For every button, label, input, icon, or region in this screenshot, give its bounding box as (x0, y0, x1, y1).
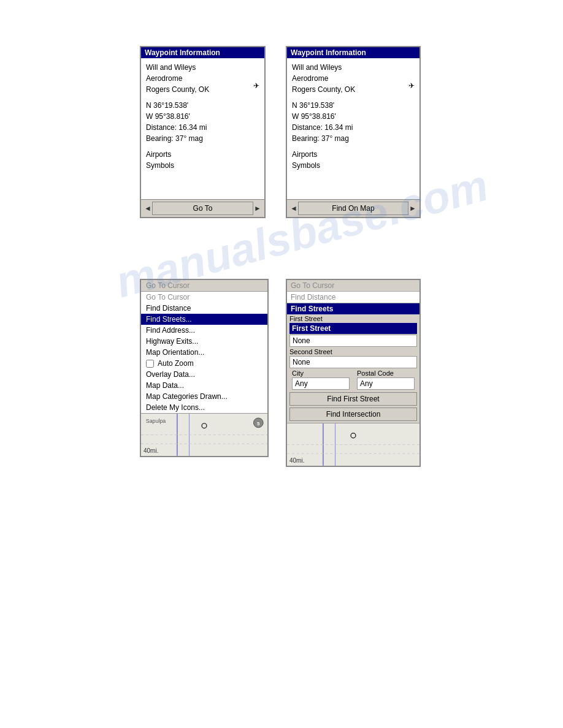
panel3-map-thumb: 5 Sapulpa 40mi. (141, 413, 267, 456)
find-streets-panel: Go To Cursor Find Distance Find Streets … (286, 279, 421, 467)
panel2-cat2: Symbols (292, 160, 355, 171)
panel1-coord1: N 36°19.538' (146, 100, 209, 111)
panel4-map-label: 40mi. (289, 457, 304, 464)
waypoint-panel-2: Waypoint Information Will and Wileys Aer… (286, 46, 421, 218)
panel1-bearing: Bearing: 37° mag (146, 133, 209, 144)
panel2-findonmap-btn[interactable]: Find On Map (298, 202, 408, 215)
panel1-plane-icon: ✈ (253, 80, 259, 91)
menu-content: Go To Cursor Find Distance Find Streets.… (141, 292, 267, 413)
panel1-coord2: W 95°38.816' (146, 111, 209, 122)
fs-first-none-field[interactable]: None (289, 335, 417, 347)
panel2-cat1: Airports (292, 149, 355, 160)
fs-city-postal-values-row: Any Any (287, 377, 419, 390)
panel4-map-thumb: 40mi. (287, 423, 419, 466)
menu-item-auto-zoom[interactable]: Auto Zoom (141, 358, 267, 369)
panel2-line3: Rogers County, OK (292, 84, 355, 95)
panel2-title: Waypoint Information (287, 47, 419, 58)
panel1-cat2: Symbols (146, 160, 209, 171)
menu-item-find-address[interactable]: Find Address... (141, 325, 267, 336)
find-first-street-btn[interactable]: Find First Street (289, 392, 417, 406)
panel2-arrow-left[interactable]: ◄ (289, 204, 298, 213)
menu-header-label: Go To Cursor (146, 281, 190, 290)
panel2-distance: Distance: 16.34 mi (292, 122, 355, 133)
panel2-line2: Aerodrome (292, 73, 355, 84)
fs-section-title: Find Streets (287, 303, 419, 314)
panel1-cat1: Airports (146, 149, 209, 160)
fs-postal-value-col: Any (354, 377, 417, 390)
fs-header-distance: Find Distance (287, 292, 419, 303)
panel1-info-row: Will and Wileys Aerodrome Rogers County,… (146, 62, 259, 195)
panel2-coord2: W 95°38.816' (292, 111, 355, 122)
find-intersection-btn[interactable]: Find Intersection (289, 408, 417, 421)
panel4-map-svg (287, 423, 419, 466)
menu-item-find-streets[interactable]: Find Streets... (141, 314, 267, 325)
menu-item-highway-exits[interactable]: Highway Exits... (141, 336, 267, 347)
panel2-bearing: Bearing: 37° mag (292, 133, 355, 144)
fs-city-label: City (289, 369, 352, 377)
panel1-footer: ◄ Go To ► (141, 199, 264, 217)
auto-zoom-checkbox[interactable] (146, 360, 154, 368)
panel2-content: Will and Wileys Aerodrome Rogers County,… (287, 58, 419, 199)
menu-item-goto-cursor[interactable]: Go To Cursor (141, 292, 267, 303)
menu-item-delete-icons[interactable]: Delete My Icons... (141, 402, 267, 413)
panel2-line1: Will and Wileys (292, 62, 355, 73)
panel1-goto-btn[interactable]: Go To (152, 202, 253, 215)
fs-first-street-field[interactable]: First Street (289, 323, 417, 334)
fs-second-street-label: Second Street (287, 347, 419, 355)
menu-item-map-data[interactable]: Map Data... (141, 380, 267, 391)
fs-city-col: City (289, 369, 352, 377)
panel2-info-row: Will and Wileys Aerodrome Rogers County,… (292, 62, 415, 195)
fs-city-value-field[interactable]: Any (292, 377, 350, 390)
panel1-arrow-left[interactable]: ◄ (144, 204, 152, 213)
menu-item-find-distance[interactable]: Find Distance (141, 303, 267, 314)
fs-second-none-field[interactable]: None (289, 356, 417, 368)
panel3-map-svg: 5 Sapulpa (141, 414, 267, 456)
panel2-arrow-right[interactable]: ► (408, 204, 417, 213)
waypoint-panel-1: Waypoint Information Will and Wileys Aer… (140, 46, 266, 218)
menu-panel: Go To Cursor Go To Cursor Find Distance … (140, 279, 269, 457)
fs-city-postal-row: City Postal Code (287, 369, 419, 377)
fs-postal-label: Postal Code (354, 369, 417, 377)
auto-zoom-label: Auto Zoom (158, 359, 194, 368)
panel2-coord1: N 36°19.538' (292, 100, 355, 111)
menu-item-map-categories[interactable]: Map Categories Drawn... (141, 391, 267, 402)
panel2-footer: ◄ Find On Map ► (287, 199, 419, 217)
svg-text:Sapulpa: Sapulpa (146, 418, 166, 424)
panel1-content: Will and Wileys Aerodrome Rogers County,… (141, 58, 264, 199)
fs-postal-col: Postal Code (354, 369, 417, 377)
panel1-text: Will and Wileys Aerodrome Rogers County,… (146, 62, 209, 195)
panel1-distance: Distance: 16.34 mi (146, 122, 209, 133)
panel1-line1: Will and Wileys (146, 62, 209, 73)
panel1-line2: Aerodrome (146, 73, 209, 84)
menu-header: Go To Cursor (141, 280, 267, 292)
fs-first-street-label: First Street (287, 314, 419, 322)
panel3-map-label: 40mi. (144, 447, 158, 454)
panel2-text: Will and Wileys Aerodrome Rogers County,… (292, 62, 355, 195)
menu-item-map-orientation[interactable]: Map Orientation... (141, 347, 267, 358)
panel1-arrow-right[interactable]: ► (253, 204, 262, 213)
panel2-plane-icon: ✈ (408, 80, 415, 91)
panel1-title: Waypoint Information (141, 47, 264, 58)
panel1-line3: Rogers County, OK (146, 84, 209, 95)
fs-city-value-col: Any (289, 377, 352, 390)
svg-text:5: 5 (257, 421, 260, 427)
fs-header-goto: Go To Cursor (287, 280, 419, 292)
menu-item-overlay-data[interactable]: Overlay Data... (141, 369, 267, 380)
fs-postal-value-field[interactable]: Any (357, 377, 415, 390)
